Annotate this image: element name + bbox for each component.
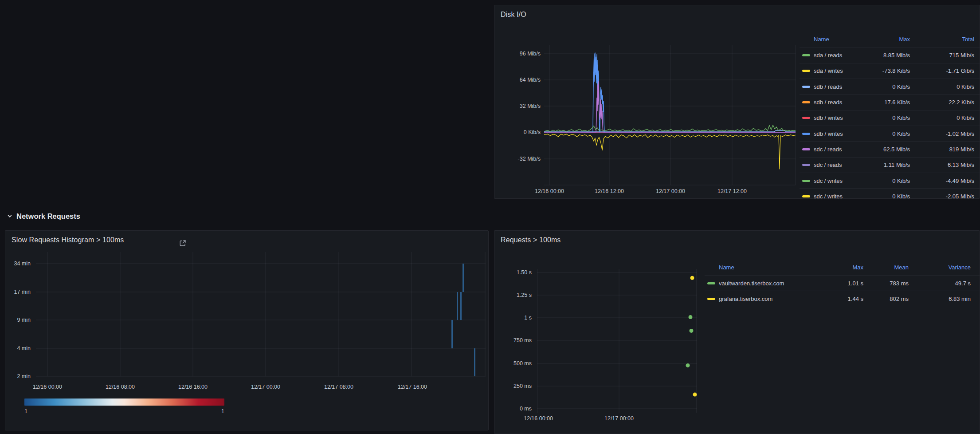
x-tick-label: 12/17 00:00 [251, 384, 280, 390]
swatch-cell [705, 298, 719, 300]
section-header-network-requests[interactable]: Network Requests [0, 210, 980, 222]
legend-total-cell: 6.13 Mib/s [910, 162, 974, 168]
series-color-swatch [802, 195, 810, 197]
y-tick-label: 4 min [5, 345, 31, 351]
legend-max-cell: -73.8 Kib/s [862, 67, 910, 74]
legend-total-cell: 819 Mib/s [910, 146, 974, 153]
scatter-point [693, 393, 697, 397]
swatch-cell [800, 117, 814, 119]
legend-header-row: NameMaxTotal [800, 32, 980, 47]
legend-name-cell[interactable]: sda / writes [814, 67, 862, 74]
panel-title-requests[interactable]: Requests > 100ms [501, 236, 561, 244]
series-line-sdc-reads-spike [544, 82, 796, 132]
legend-column-header-max[interactable]: Max [819, 264, 863, 271]
y-tick-label: 9 min [5, 317, 31, 323]
x-tick-label: 12/16 12:00 [595, 188, 624, 194]
legend-row: sdb / reads17.6 Kib/s22.2 Kib/s [800, 94, 980, 110]
heatmap-cell [463, 264, 464, 292]
y-tick-label: -32 Mib/s [494, 156, 541, 162]
legend-name-cell[interactable]: sdb / reads [814, 83, 862, 90]
scatter-point [686, 363, 690, 367]
disk-io-chart[interactable] [544, 45, 796, 185]
y-tick-label: 64 Mib/s [494, 77, 541, 83]
legend-name-cell[interactable]: sdb / reads [814, 99, 862, 106]
y-tick-label: 250 ms [494, 383, 532, 389]
legend-total-cell: 715 Mib/s [910, 52, 974, 59]
legend-name-cell[interactable]: sdc / reads [814, 146, 862, 153]
series-color-swatch [802, 70, 810, 72]
legend-name-cell[interactable]: sda / reads [814, 52, 862, 59]
legend-max-cell: 0 Kib/s [862, 83, 910, 90]
requests-scatter-chart[interactable] [537, 269, 698, 413]
legend-column-header-name[interactable]: Name [814, 36, 862, 43]
color-scale-max: 1 [193, 408, 224, 414]
legend-name-cell[interactable]: sdc / writes [814, 178, 862, 184]
legend-name-cell[interactable]: sdb / writes [814, 114, 862, 121]
panel-title-slow-requests[interactable]: Slow Requests Histogram > 100ms [12, 236, 124, 244]
legend-total-cell: -1.71 Gib/s [910, 67, 974, 74]
x-tick-label: 12/17 00:00 [656, 188, 685, 194]
legend-name-cell[interactable]: sdb / writes [814, 130, 862, 137]
legend-row: sdb / reads0 Kib/s0 Kib/s [800, 79, 980, 94]
swatch-cell [800, 180, 814, 182]
swatch-cell [800, 54, 814, 56]
y-tick-label: 34 min [5, 260, 31, 267]
legend-max-cell: 0 Kib/s [862, 193, 910, 199]
legend-header-row: NameMaxMeanVariance [705, 260, 980, 275]
legend-column-header-mean[interactable]: Mean [863, 264, 909, 271]
x-tick-label: 12/16 00:00 [524, 415, 553, 422]
series-color-swatch [707, 298, 715, 300]
y-tick-label: 17 min [5, 289, 31, 295]
color-scale-gradient [24, 398, 224, 406]
series-line-sdb-writes-spike [544, 53, 796, 132]
swatch-cell [800, 148, 814, 150]
series-line-sda-writes [544, 134, 796, 169]
legend-max-cell: 8.85 Mib/s [862, 52, 910, 59]
legend-row: grafana.tiserbox.com1.44 s802 ms6.83 min [705, 291, 980, 306]
y-tick-label: 1.25 s [494, 292, 532, 298]
legend-column-header-variance[interactable]: Variance [909, 264, 971, 271]
external-link-icon[interactable] [179, 240, 186, 249]
legend-total-cell: -2.05 Mib/s [910, 193, 974, 199]
legend-max-cell: 1.01 s [819, 280, 863, 287]
x-tick-label: 12/17 08:00 [324, 384, 353, 390]
scatter-point [690, 329, 694, 333]
legend-column-header-name[interactable]: Name [719, 264, 819, 271]
series-color-swatch [802, 133, 810, 135]
legend-total-cell: 0 Kib/s [910, 114, 974, 121]
legend-max-cell: 1.44 s [819, 296, 863, 302]
legend-max-cell: 0 Kib/s [862, 178, 910, 184]
series-color-swatch [802, 54, 810, 56]
legend-column-header-max[interactable]: Max [862, 36, 910, 43]
legend-mean-cell: 783 ms [863, 280, 909, 287]
legend-variance-cell: 49.7 s [909, 280, 971, 287]
swatch-cell [800, 195, 814, 197]
legend-total-cell: -1.02 Mib/s [910, 130, 974, 137]
swatch-cell [800, 164, 814, 166]
legend-row: sdc / writes0 Kib/s-2.05 Mib/s [800, 188, 980, 199]
legend-name-cell[interactable]: sdc / writes [814, 193, 862, 199]
scatter-point [689, 315, 693, 319]
series-color-swatch [802, 180, 810, 182]
chevron-down-icon[interactable] [7, 213, 12, 219]
x-tick-label: 12/16 08:00 [106, 384, 135, 390]
panel-title-disk-io[interactable]: Disk I/O [501, 11, 526, 19]
legend-max-cell: 0 Kib/s [862, 114, 910, 121]
y-tick-label: 750 ms [494, 337, 532, 343]
x-tick-label: 12/16 00:00 [33, 384, 62, 390]
heatmap-cell [460, 292, 462, 320]
legend-max-cell: 17.6 Kib/s [862, 99, 910, 106]
legend-total-cell: -4.49 Mib/s [910, 178, 974, 184]
x-tick-label: 12/16 00:00 [535, 188, 564, 194]
legend-row: sdb / writes0 Kib/s-1.02 Mib/s [800, 126, 980, 141]
legend-max-cell: 0 Kib/s [862, 130, 910, 137]
legend-name-cell[interactable]: grafana.tiserbox.com [719, 296, 819, 302]
panel-slow-requests-histogram: Slow Requests Histogram > 100ms 34 min17… [5, 230, 489, 430]
legend-name-cell[interactable]: vaultwarden.tiserbox.com [719, 280, 819, 287]
series-line-sda-reads [544, 125, 796, 132]
histogram-chart[interactable] [36, 252, 486, 376]
y-tick-label: 1.50 s [494, 269, 532, 276]
legend-column-header-total[interactable]: Total [910, 36, 974, 43]
scatter-point [690, 276, 694, 280]
legend-name-cell[interactable]: sdc / reads [814, 162, 862, 168]
